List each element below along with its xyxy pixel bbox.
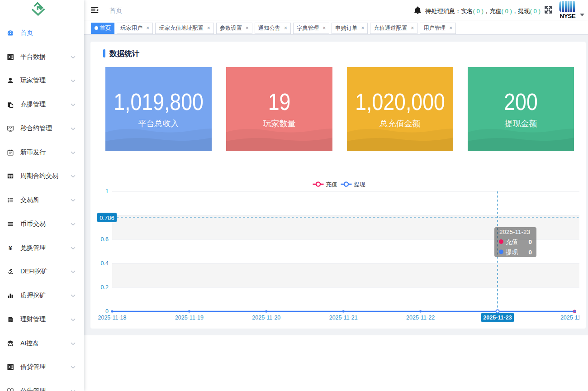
svg-text:0.6: 0.6 [101, 236, 109, 243]
svg-text:¥: ¥ [9, 245, 13, 251]
svg-text:2025-11-20: 2025-11-20 [252, 315, 280, 321]
svg-text:0.2: 0.2 [101, 284, 109, 291]
svg-text:2025-11-18: 2025-11-18 [98, 315, 126, 321]
svg-text:2025-11-23: 2025-11-23 [499, 229, 530, 235]
svg-text:0.786: 0.786 [100, 215, 114, 221]
svg-text:充值: 充值 [326, 181, 337, 188]
svg-text:2025-11-23: 2025-11-23 [483, 315, 512, 321]
svg-text:0: 0 [528, 249, 532, 256]
svg-text:2025-11-19: 2025-11-19 [175, 315, 204, 321]
svg-text:提现: 提现 [505, 249, 518, 256]
svg-text:0.4: 0.4 [101, 260, 109, 267]
svg-text:2025-11-24: 2025-11-24 [560, 315, 579, 321]
svg-text:1: 1 [105, 188, 109, 195]
svg-text:提现: 提现 [354, 181, 366, 188]
svg-text:2025-11-22: 2025-11-22 [406, 315, 435, 321]
svg-text:2025-11-21: 2025-11-21 [329, 315, 358, 321]
svg-text:0: 0 [528, 238, 532, 245]
svg-text:充值: 充值 [506, 238, 518, 245]
svg-text:0: 0 [105, 308, 109, 315]
